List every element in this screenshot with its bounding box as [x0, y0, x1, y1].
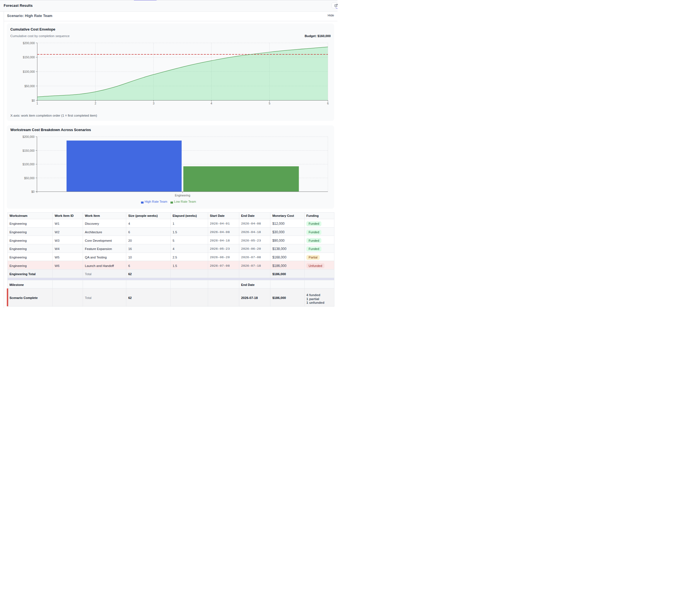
svg-text:$50,000: $50,000 [24, 84, 35, 87]
svg-text:4: 4 [211, 102, 212, 105]
svg-text:6: 6 [327, 102, 329, 105]
svg-text:2: 2 [94, 102, 96, 105]
svg-text:5: 5 [269, 102, 271, 105]
svg-text:$150,000: $150,000 [23, 149, 35, 152]
svg-text:$100,000: $100,000 [23, 163, 35, 166]
svg-text:$50,000: $50,000 [24, 176, 34, 179]
svg-text:3: 3 [153, 102, 155, 105]
svg-text:$0: $0 [31, 190, 35, 194]
svg-text:$0: $0 [32, 99, 35, 102]
svg-text:$200,000: $200,000 [23, 41, 35, 45]
svg-text:$150,000: $150,000 [23, 56, 35, 59]
svg-text:1: 1 [36, 102, 38, 105]
svg-text:Engineering: Engineering [175, 194, 191, 197]
svg-text:$200,000: $200,000 [23, 135, 35, 138]
svg-text:$100,000: $100,000 [23, 70, 35, 73]
